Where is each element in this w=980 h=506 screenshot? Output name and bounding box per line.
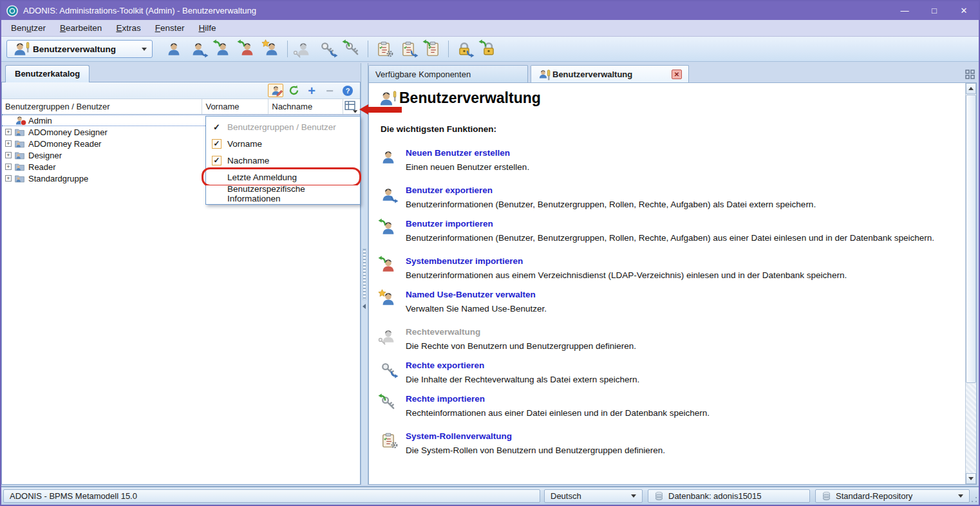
scrollbar-track[interactable] [966,384,976,473]
add-icon: + [306,85,317,96]
dropdown-arrow-icon [631,494,636,498]
checkbox-checked-icon: ✓ [212,139,221,149]
function-link-named-use-benutzer-verwalten[interactable]: Named Use-Benutzer verwalten [406,290,547,299]
app-window: ADONIS: Administrations-Toolkit (Admin) … [0,0,980,506]
menu-item-benutzerspezifische-informationen[interactable]: Benutzerspezifische Informationen [206,185,360,202]
function-link-neuen-benutzer-erstellen[interactable]: Neuen Benutzer erstellen [406,148,529,158]
menu-benutzer[interactable]: Benutzer [4,21,53,35]
function-link-system-rollenverwaltung[interactable]: System-Rollenverwaltung [406,431,665,441]
menu-fenster[interactable]: Fenster [148,21,192,35]
column-header-vorname[interactable]: Vorname [202,99,269,114]
import-arrow-icon [342,39,350,48]
expand-icon[interactable]: + [5,152,12,158]
menu-bearbeiten[interactable]: Bearbeiten [53,21,109,35]
status-database: Datenbank: adonis15015 [648,489,810,503]
export-locks-icon [457,41,472,57]
scroll-up-button[interactable] [966,83,976,94]
tree-item-label: Admin [28,116,52,126]
export-arrow-icon [466,50,475,58]
repository-selector[interactable]: Standard-Repository [815,489,970,503]
import-system-users-button[interactable] [236,39,259,59]
export-rights-button[interactable] [316,39,339,59]
function-link-rechte-importieren[interactable]: Rechte importieren [406,394,710,404]
menu-item-vorname[interactable]: ✓Vorname [206,135,360,152]
pencil-icon [276,89,284,97]
remove-button[interactable]: − [322,84,337,97]
status-app-info-label: ADONIS - BPMS Metamodell 15.0 [10,491,137,501]
menu-item-letzte-anmeldung[interactable]: Letzte Anmeldung [206,169,360,185]
import-rights-icon [381,395,396,411]
close-button[interactable]: ✕ [949,1,979,20]
menu-extras[interactable]: Extras [109,21,147,35]
function-link-rechteverwaltung: Rechteverwaltung [406,327,636,337]
column-header-nachname[interactable]: Nachname [269,99,343,114]
function-link-benutzer-exportieren[interactable]: Benutzer exportieren [406,185,816,195]
tab-verf-gbare-komponenten[interactable]: Verfügbare Komponenten [368,65,528,82]
export-roles-button[interactable] [397,39,420,59]
new-user-button[interactable] [162,39,185,59]
expand-icon[interactable]: + [5,175,12,182]
tree-item-label: Standardgruppe [28,174,88,183]
import-roles-button[interactable] [421,39,444,59]
expand-icon[interactable]: + [5,140,12,147]
function-description: Einen neuen Benutzer erstellen. [406,162,529,172]
component-selector[interactable]: Benutzerverwaltung [6,40,153,58]
edit-user-view-button[interactable] [268,84,283,97]
menu-hilfe[interactable]: Hilfe [191,21,223,35]
language-selector[interactable]: Deutsch [544,489,643,503]
system-roles-button[interactable] [372,39,395,59]
function-link-systembenutzer-importieren[interactable]: Systembenutzer importieren [406,256,847,266]
function-description: Die System-Rollen von Benutzern und Benu… [406,445,665,455]
repository-label: Standard-Repository [836,491,912,501]
window-controls: — □ ✕ [890,1,979,20]
import-system-users-icon [381,258,396,273]
scrollbar-thumb[interactable] [966,95,976,383]
expand-icon[interactable]: + [5,164,12,170]
right-tab-bar: Verfügbare KomponentenBenutzerverwaltung… [368,65,960,82]
menu-item-nachname[interactable]: ✓Nachname [206,152,360,169]
vertical-scrollbar[interactable] [965,83,976,484]
group-icon [14,127,25,137]
help-button[interactable]: ? [340,84,355,97]
menu-item-label: Nachname [227,156,269,165]
minimize-button[interactable]: — [890,1,919,20]
close-tab-icon[interactable]: ✕ [672,70,682,79]
column-chooser-button[interactable] [343,99,360,114]
add-button[interactable]: + [304,84,319,97]
function-description: Benutzerinformationen (Benutzer, Benutze… [406,200,816,209]
layout-grid-icon[interactable] [965,69,975,80]
function-link-benutzer-importieren[interactable]: Benutzer importieren [406,219,934,229]
catalog-toolbar: +−? [2,82,360,99]
tool-icon [392,91,398,102]
column-header-benutzergruppen-benutzer[interactable]: Benutzergruppen / Benutzer [2,99,202,114]
expand-icon[interactable]: + [5,129,12,135]
remove-icon: − [325,85,335,96]
component-panel: Verfügbare KomponentenBenutzerverwaltung… [368,63,977,485]
panel-splitter[interactable] [361,63,368,485]
user-catalog-panel: Benutzerkatalog +−? Benutzergruppen / Be… [1,63,361,486]
function-benutzer-exportieren: Benutzer exportierenBenutzerinformatione… [381,185,965,211]
export-arrow-icon [410,50,419,58]
import-users-button[interactable] [211,39,234,59]
function-link-rechte-exportieren[interactable]: Rechte exportieren [406,361,639,370]
named-use-users-button[interactable] [260,39,283,59]
export-locks-button[interactable] [453,39,476,59]
function-description: Die Rechte von Benutzern und Benutzergru… [406,341,636,351]
resize-grip[interactable] [971,496,977,503]
tab-benutzerverwaltung[interactable]: Benutzerverwaltung✕ [531,65,689,82]
splitter-grip[interactable] [363,248,366,300]
content-area: Benutzerverwaltung Die wichtigsten Funkt… [369,83,965,484]
import-arrow-icon [212,39,221,48]
import-locks-button[interactable] [477,39,500,59]
maximize-button[interactable]: □ [919,1,949,20]
scroll-down-button[interactable] [966,473,976,484]
star-icon [378,289,386,297]
rights-management-button[interactable] [292,39,315,59]
dropdown-arrow-icon [142,48,147,51]
import-rights-button[interactable] [341,39,364,59]
splitter-collapse-icon[interactable] [363,304,366,309]
tab-benutzerkatalog[interactable]: Benutzerkatalog [5,65,90,82]
export-users-button[interactable] [187,39,210,59]
refresh-button[interactable] [286,84,301,97]
import-arrow-icon [378,218,386,227]
